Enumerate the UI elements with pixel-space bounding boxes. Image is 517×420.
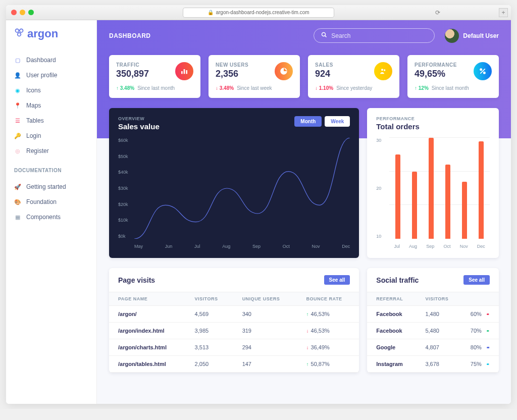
bar (429, 138, 434, 239)
card-title: Social traffic (376, 276, 419, 284)
stat-value: 2,356 (216, 69, 248, 79)
url-text: argon-dashboard-nodejs.creative-tim.com (216, 10, 309, 15)
components-icon: ▦ (14, 214, 21, 221)
stat-label: SALES (315, 62, 333, 68)
stat-value: 924 (315, 69, 333, 79)
delta-down: ↓ 3.48% (216, 85, 234, 91)
sidebar-item-login[interactable]: 🔑Login (6, 128, 96, 143)
brand-label: argon (27, 27, 58, 40)
search-input[interactable] (331, 32, 427, 39)
col-visitors: VISITORS (186, 292, 233, 306)
main-content: DASHBOARD Default User (97, 20, 511, 404)
pie-chart-icon (275, 62, 293, 80)
toggle-month-button[interactable]: Month (294, 116, 322, 127)
stat-note: Since last week (237, 85, 272, 91)
stat-value: 49,65% (415, 69, 457, 79)
svg-rect-7 (186, 70, 187, 74)
pin-icon: 📍 (14, 102, 21, 109)
page-title: DASHBOARD (109, 32, 151, 39)
delta-up: ↑ 3.48% (116, 85, 134, 91)
sidebar-item-register[interactable]: ◎Register (6, 143, 96, 159)
social-traffic-table: REFERRAL VISITORS Facebook1,48060%Facebo… (367, 292, 499, 373)
svg-point-0 (16, 29, 19, 32)
stat-card-traffic: TRAFFIC350,897 ↑ 3.48%Since last month (109, 55, 200, 98)
tv-icon: ▢ (14, 57, 21, 64)
stat-value: 350,897 (116, 69, 149, 79)
table-row: Facebook5,48070% (367, 323, 499, 339)
card-overline: PERFORMANCE (376, 116, 420, 121)
sidebar-item-label: Icons (26, 87, 41, 94)
delta-up: ↑ 12% (415, 85, 429, 91)
percent-icon (474, 62, 492, 80)
browser-toolbar: 🔒 argon-dashboard-nodejs.creative-tim.co… (6, 5, 511, 20)
page-visits-card: Page visits See all PAGE NAME VISITORS U… (109, 268, 359, 373)
brand[interactable]: argon (6, 27, 96, 50)
table-row: /argon/tables.html2,050147↑50,87% (109, 356, 359, 373)
window-zoom-icon[interactable] (28, 10, 34, 15)
sidebar-item-icons[interactable]: ◉Icons (6, 83, 96, 98)
table-row: Facebook1,48060% (367, 306, 499, 323)
sidebar-item-label: Login (26, 132, 41, 139)
sidebar-item-label: Getting started (26, 183, 66, 190)
card-title: Page visits (118, 276, 155, 284)
col-page: PAGE NAME (109, 292, 186, 306)
see-all-button[interactable]: See all (463, 275, 490, 285)
sidebar-item-dashboard[interactable]: ▢Dashboard (6, 52, 96, 68)
sidebar: argon ▢Dashboard 👤User profile ◉Icons 📍M… (6, 20, 97, 404)
bar (445, 165, 450, 239)
sidebar-item-label: Maps (26, 102, 41, 109)
user-icon: 👤 (14, 72, 21, 79)
table-row: Google4,80780% (367, 339, 499, 356)
col-referral: REFERRAL (367, 292, 416, 306)
list-icon: ☰ (14, 117, 21, 124)
toggle-week-button[interactable]: Week (325, 116, 350, 127)
sidebar-doc-foundation[interactable]: 🎨Foundation (6, 194, 96, 209)
sidebar-item-label: Tables (26, 117, 44, 124)
stat-card-performance: PERFORMANCE49,65% ↑ 12%Since last month (407, 55, 499, 98)
chart-bar-icon (175, 62, 193, 80)
sidebar-doc-components[interactable]: ▦Components (6, 209, 96, 225)
card-title: Total orders (376, 122, 420, 131)
delta-down: ↓ 1.10% (315, 85, 333, 91)
svg-rect-6 (184, 69, 185, 74)
sidebar-item-label: Dashboard (26, 57, 56, 64)
table-row: /argon/index.html3,985319↓46,53% (109, 323, 359, 339)
reload-icon[interactable]: ⟳ (435, 9, 440, 16)
brand-icon (14, 27, 24, 40)
bar-chart: 302010 JulAugSepOctNovDec (376, 138, 490, 249)
card-title: Sales value (118, 122, 160, 131)
sidebar-doc-getting-started[interactable]: 🚀Getting started (6, 179, 96, 194)
bar (479, 141, 484, 239)
table-row: /argon/4,569340↑46,53% (109, 306, 359, 323)
page-visits-table: PAGE NAME VISITORS UNIQUE USERS BOUNCE R… (109, 292, 359, 373)
see-all-button[interactable]: See all (324, 275, 350, 285)
sidebar-item-label: User profile (26, 72, 57, 79)
palette-icon: 🎨 (14, 198, 21, 205)
avatar (445, 29, 459, 43)
new-tab-button[interactable]: + (499, 8, 508, 17)
sidebar-item-label: Components (26, 214, 61, 221)
svg-point-12 (484, 72, 485, 74)
sidebar-docs-heading: DOCUMENTATION (6, 161, 96, 177)
sidebar-item-maps[interactable]: 📍Maps (6, 98, 96, 113)
planet-icon: ◉ (14, 87, 21, 94)
line-chart: $60k$50k$40k$30k$20k$10k$0k MayJunJulAug… (118, 138, 350, 249)
sales-chart-card: OVERVIEW Sales value Month Week $60k$50k… (109, 108, 359, 258)
bar (412, 172, 417, 239)
url-bar[interactable]: 🔒 argon-dashboard-nodejs.creative-tim.co… (183, 8, 334, 18)
search-box[interactable] (314, 28, 435, 43)
col-bounce: BOUNCE RATE (297, 292, 359, 306)
col-visitors: VISITORS (416, 292, 461, 306)
svg-point-1 (20, 29, 23, 32)
window-close-icon[interactable] (11, 10, 17, 15)
lock-icon: 🔒 (208, 10, 214, 15)
window-minimize-icon[interactable] (20, 10, 25, 15)
stat-note: Since last month (432, 85, 469, 91)
search-icon (321, 32, 327, 39)
sidebar-item-tables[interactable]: ☰Tables (6, 113, 96, 128)
key-icon: 🔑 (14, 132, 21, 139)
user-name-label: Default User (463, 32, 499, 39)
user-menu[interactable]: Default User (445, 29, 499, 43)
rocket-icon: 🚀 (14, 183, 21, 190)
sidebar-item-user-profile[interactable]: 👤User profile (6, 68, 96, 83)
